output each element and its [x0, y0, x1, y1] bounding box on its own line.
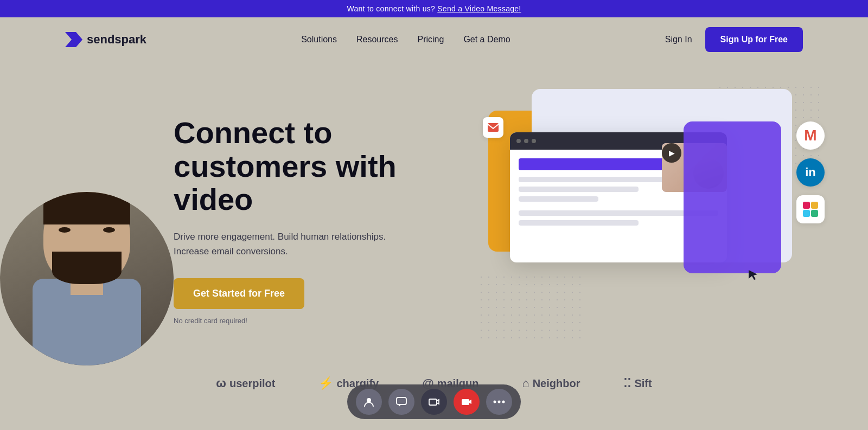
nav-resources[interactable]: Resources	[356, 35, 398, 44]
email-icon	[483, 117, 503, 138]
camera-button[interactable]	[421, 389, 447, 415]
browser-dot-2	[524, 139, 528, 143]
gray-bar-2	[519, 187, 639, 192]
nav-solutions[interactable]: Solutions	[301, 35, 337, 44]
hero-section: Connect to customers with video Drive mo…	[0, 62, 868, 365]
nav-pricing[interactable]: Pricing	[417, 35, 444, 44]
webcam-avatar	[0, 192, 174, 365]
chargify-mark: ⚡	[318, 376, 333, 390]
slack-cell-green	[811, 210, 818, 217]
chat-button[interactable]	[388, 389, 414, 415]
slack-cell-yellow	[811, 202, 818, 209]
svg-point-8	[498, 401, 501, 403]
logo[interactable]: sendspark	[65, 32, 146, 47]
slack-cell-red	[803, 202, 810, 209]
svg-rect-4	[397, 397, 406, 405]
nav-links: Solutions Resources Pricing Get a Demo	[301, 35, 510, 44]
gmail-icon: M	[796, 121, 825, 150]
browser-dot-1	[516, 139, 521, 143]
profile-button[interactable]	[356, 389, 382, 415]
logo-text: sendspark	[87, 33, 146, 47]
svg-point-7	[494, 401, 496, 403]
linkedin-icon: in	[796, 158, 825, 187]
get-started-button[interactable]: Get Started for Free	[174, 278, 304, 309]
sift-label: Sift	[634, 377, 652, 390]
slack-cell-blue	[803, 210, 810, 217]
slack-icon	[796, 195, 825, 223]
svg-point-9	[502, 401, 505, 403]
nav-get-demo[interactable]: Get a Demo	[463, 35, 510, 44]
navbar: sendspark Solutions Resources Pricing Ge…	[0, 17, 868, 62]
svg-rect-5	[429, 399, 437, 405]
gray-bar-5	[519, 220, 639, 226]
svg-marker-0	[65, 32, 82, 47]
nav-cta: Sign In Sign Up for Free	[665, 27, 803, 52]
webcam-avatar-inner	[0, 192, 174, 365]
userpilot-mark: ω	[216, 376, 226, 390]
purple-panel	[684, 121, 781, 273]
svg-rect-6	[462, 399, 469, 405]
hero-title: Connect to customers with video	[174, 116, 434, 216]
bottom-toolbar	[347, 384, 521, 419]
svg-point-3	[367, 398, 371, 402]
logo-icon	[65, 32, 82, 47]
svg-marker-2	[749, 270, 757, 280]
hero-content: Connect to customers with video Drive mo…	[174, 84, 434, 325]
cursor-icon	[748, 269, 760, 284]
neighbor-mark: ⌂	[522, 376, 529, 390]
trust-logo-neighbor: ⌂ Neighbor	[522, 376, 580, 390]
sign-in-link[interactable]: Sign In	[665, 35, 692, 44]
sign-up-button[interactable]: Sign Up for Free	[705, 27, 803, 52]
sift-mark: ⁚⁚	[623, 376, 631, 390]
browser-dot-3	[532, 139, 536, 143]
announcement-text: Want to connect with us?	[347, 4, 435, 13]
announcement-bar: Want to connect with us? Send a Video Me…	[0, 0, 868, 17]
trust-logo-userpilot: ω userpilot	[216, 376, 275, 390]
gray-bar-3	[519, 196, 598, 202]
announcement-link[interactable]: Send a Video Message!	[437, 4, 521, 13]
svg-rect-1	[488, 123, 499, 132]
record-button[interactable]	[454, 389, 480, 415]
userpilot-label: userpilot	[229, 377, 275, 390]
hero-illustration: ▶ M in	[477, 78, 825, 338]
slack-grid	[803, 202, 818, 217]
trust-logo-sift: ⁚⁚ Sift	[623, 376, 652, 390]
neighbor-label: Neighbor	[533, 377, 580, 390]
integration-icons: M in	[796, 121, 825, 223]
dot-pattern-bottom	[477, 273, 586, 338]
more-button[interactable]	[486, 389, 512, 415]
no-cc-text: No credit card required!	[174, 317, 247, 325]
hero-subtitle: Drive more engagement. Build human relat…	[174, 229, 434, 259]
play-button[interactable]: ▶	[662, 143, 681, 163]
